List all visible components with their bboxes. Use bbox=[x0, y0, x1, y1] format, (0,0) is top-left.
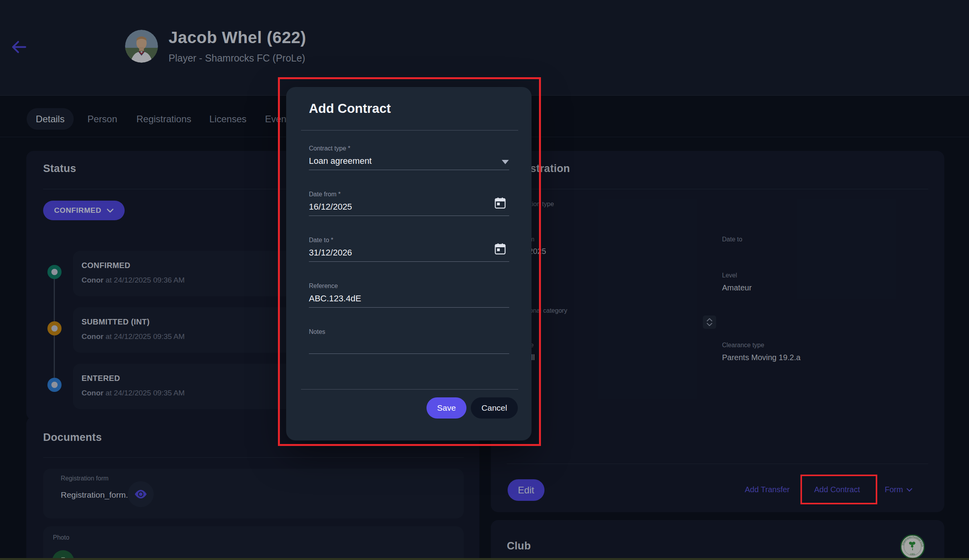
player-profile-page: Jacob Whel (622) Player - Shamrocks FC (… bbox=[0, 0, 969, 560]
annotation-box-modal bbox=[278, 77, 541, 446]
annotation-box-add-contract bbox=[800, 475, 877, 504]
